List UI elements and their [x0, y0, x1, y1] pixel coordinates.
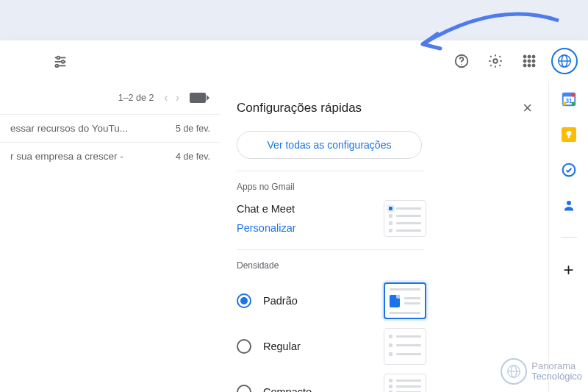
svg-point-9: [523, 55, 526, 58]
density-option-default[interactable]: Padrão: [237, 278, 426, 324]
add-addon-icon[interactable]: +: [563, 260, 573, 280]
account-avatar[interactable]: [548, 45, 581, 77]
svg-point-5: [56, 64, 59, 67]
radio-icon: [237, 293, 251, 308]
svg-point-14: [532, 60, 535, 63]
mail-list-column: 1–2 de 2 ‹ › essar recursos do YouTu... …: [0, 81, 220, 392]
svg-point-3: [62, 60, 65, 63]
mail-subject: r sua empresa a crescer -: [10, 151, 123, 162]
divider: [561, 237, 577, 238]
app-window: 1–2 de 2 ‹ › essar recursos do YouTu... …: [0, 40, 588, 392]
density-preview-compact-icon: [384, 374, 426, 392]
input-tools-icon[interactable]: [190, 93, 206, 103]
section-title-density: Densidade: [237, 260, 548, 271]
page-count-label: 1–2 de 2: [118, 93, 154, 103]
divider: [237, 249, 424, 250]
tune-icon[interactable]: [46, 46, 75, 76]
density-preview-default-icon: [384, 282, 426, 319]
mail-row[interactable]: r sua empresa a crescer - 4 de fev.: [0, 142, 220, 170]
side-panel: 31 +: [548, 81, 588, 392]
svg-point-10: [528, 55, 531, 58]
toolbar: [0, 40, 588, 81]
apps-item-label: Chat e Meet: [237, 199, 296, 218]
mail-subject: essar recursos do YouTu...: [10, 123, 128, 134]
svg-point-11: [532, 55, 535, 58]
svg-point-12: [523, 60, 526, 63]
contacts-icon[interactable]: [561, 197, 577, 213]
radio-icon: [237, 385, 251, 392]
svg-point-15: [523, 64, 526, 67]
keep-icon[interactable]: [561, 126, 577, 143]
section-title-apps: Apps no Gmail: [237, 182, 548, 192]
tasks-icon[interactable]: [561, 162, 577, 178]
next-page-icon[interactable]: ›: [176, 91, 179, 104]
density-preview-regular-icon: [384, 328, 426, 365]
list-header: 1–2 de 2 ‹ ›: [0, 81, 220, 114]
svg-point-8: [493, 59, 498, 63]
mail-row[interactable]: essar recursos do YouTu... 5 de fev.: [0, 114, 220, 142]
help-icon[interactable]: [447, 46, 476, 76]
density-option-regular[interactable]: Regular: [237, 324, 426, 369]
prev-page-icon[interactable]: ‹: [164, 91, 168, 104]
svg-point-13: [528, 60, 531, 63]
svg-point-1: [57, 56, 60, 59]
quick-settings-title: Configurações rápidas: [237, 101, 362, 115]
svg-text:31: 31: [565, 98, 573, 104]
svg-rect-29: [567, 135, 570, 138]
apps-preview-icon: [384, 200, 426, 237]
svg-rect-23: [571, 93, 575, 97]
radio-icon: [237, 339, 251, 354]
svg-point-31: [567, 201, 571, 205]
mail-date: 4 de fev.: [168, 152, 210, 162]
svg-point-17: [532, 64, 535, 67]
svg-point-16: [528, 64, 531, 67]
apps-grid-icon[interactable]: [514, 46, 544, 76]
svg-point-28: [566, 131, 571, 136]
globe-icon: [551, 48, 578, 74]
density-option-compact[interactable]: Compacto: [237, 369, 426, 392]
settings-gear-icon[interactable]: [481, 46, 510, 76]
mail-date: 5 de fev.: [168, 124, 210, 134]
quick-settings-panel: Configurações rápidas × Ver todas as con…: [220, 81, 548, 392]
customize-link[interactable]: Personalizar: [237, 218, 296, 238]
see-all-settings-button[interactable]: Ver todas as configurações: [237, 131, 422, 159]
svg-point-7: [461, 63, 462, 64]
divider: [237, 171, 424, 171]
close-icon[interactable]: ×: [517, 96, 538, 121]
calendar-icon[interactable]: 31: [561, 91, 577, 107]
